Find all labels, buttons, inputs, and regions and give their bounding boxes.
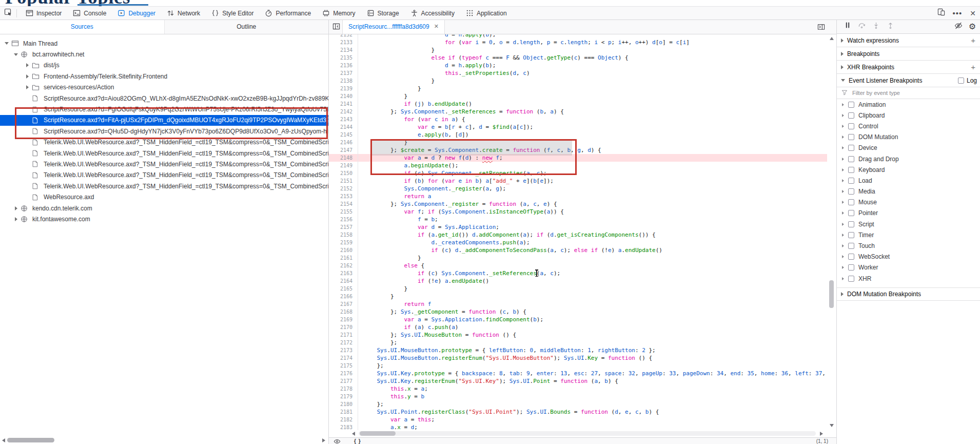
expander-icon[interactable] (841, 52, 844, 56)
expander-icon[interactable] (842, 244, 844, 247)
line-number[interactable]: 2135 (329, 54, 358, 62)
code-line[interactable]: 2135 else if (typeof c === F && Object.g… (329, 54, 827, 62)
expander-icon[interactable] (842, 114, 844, 117)
scrollbar-thumb[interactable] (360, 431, 396, 436)
scroll-left-icon[interactable] (2, 438, 5, 442)
code-line-text[interactable]: if (j) b.endUpdate() (358, 100, 472, 108)
event-category-script[interactable]: Script (837, 219, 980, 229)
event-category-pointer[interactable]: Pointer (837, 208, 980, 219)
event-category-checkbox[interactable] (848, 232, 854, 238)
line-number[interactable]: 2154 (329, 200, 358, 208)
event-category-mouse[interactable]: Mouse (837, 197, 980, 208)
scroll-up-icon[interactable] (830, 37, 834, 40)
expander-icon[interactable] (12, 206, 19, 210)
code-line-text[interactable]: if (c) Sys.Component._setProperties(a, c… (358, 169, 547, 177)
code-line-text[interactable]: } (358, 285, 407, 293)
source-tree-item[interactable]: dist/js (0, 60, 328, 71)
code-editor[interactable]: 2132 d = h.apply(b);2133 for (var i = 0,… (329, 34, 827, 430)
editor-vertical-scrollbar[interactable] (828, 34, 836, 430)
scrollbar-thumb[interactable] (829, 280, 834, 308)
event-category-checkbox[interactable] (848, 167, 854, 173)
expander-icon[interactable] (842, 179, 844, 182)
line-number[interactable]: 2138 (329, 77, 358, 85)
line-number[interactable]: 2182 (329, 416, 358, 423)
code-line[interactable]: 2136 d = h.apply(b); (329, 62, 827, 69)
line-number[interactable]: 2151 (329, 177, 358, 185)
source-tree-item[interactable]: Frontend-Assembly/Telerik.Sitefinity.Fro… (0, 71, 328, 82)
expander-icon[interactable] (842, 158, 844, 161)
section-breakpoints[interactable]: Breakpoints (837, 47, 980, 61)
line-number[interactable]: 2159 (329, 239, 358, 246)
event-category-control[interactable]: Control (837, 121, 980, 131)
code-line-text[interactable]: this.x = a; (358, 385, 428, 393)
pick-element-icon[interactable] (4, 8, 12, 18)
event-category-checkbox[interactable] (848, 145, 854, 151)
code-line-text[interactable]: return f (358, 300, 431, 308)
line-number[interactable]: 2161 (329, 254, 358, 262)
code-line-text[interactable]: } (358, 46, 435, 54)
code-line[interactable]: 2158 if (a.get_id()) d.addComponent(a); … (329, 231, 827, 239)
line-number[interactable]: 2181 (329, 408, 358, 416)
code-line-text[interactable]: } (358, 77, 435, 85)
code-line[interactable]: 2176 Sys.UI.Key.prototype = { backspace:… (329, 370, 827, 377)
tab-outline[interactable]: Outline (164, 19, 329, 34)
code-line[interactable]: 2153 return a (329, 192, 827, 200)
event-category-checkbox[interactable] (848, 243, 854, 249)
editor-file-tab[interactable]: ScriptResourc...ffffffa8d3d609 ✕ (342, 19, 445, 34)
line-number[interactable]: 2147 (329, 146, 358, 154)
tool-tab-storage[interactable]: Storage (361, 7, 405, 20)
code-line[interactable]: 2141 if (j) b.endUpdate() (329, 100, 827, 108)
code-line[interactable]: 2162 else { (329, 262, 827, 269)
event-category-load[interactable]: Load (837, 175, 980, 186)
code-line[interactable]: 2139 } (329, 85, 827, 92)
code-line[interactable]: 2163 if (c) Sys.Component._setReferences… (329, 269, 827, 277)
code-line[interactable]: 2149 a.beginUpdate(); (329, 162, 827, 169)
code-line[interactable]: 2157 var d = Sys.Application; (329, 223, 827, 231)
source-tree-item[interactable]: services-resources/Action (0, 82, 328, 93)
expander-icon[interactable] (24, 74, 31, 79)
source-tree-item[interactable]: bct.arrowhitech.net (0, 49, 328, 60)
code-line-text[interactable]: }; (358, 362, 384, 370)
code-line-text[interactable]: Sys.UI.Key.registerEnum("Sys.UI.Key"); S… (358, 377, 618, 385)
source-tree-item[interactable]: kit.fontawesome.com (0, 214, 328, 224)
code-line[interactable]: 2171 }; Sys.UI.MouseButton = function ()… (329, 331, 827, 339)
code-line-text[interactable]: var a = this; (358, 416, 435, 423)
code-line[interactable]: 2156 f = b; (329, 216, 827, 223)
code-line-text[interactable]: } (358, 293, 394, 300)
line-number[interactable]: 2153 (329, 192, 358, 200)
code-line[interactable]: 2145 e.apply(b, [d]) (329, 131, 827, 139)
line-number[interactable]: 2136 (329, 62, 358, 69)
line-number[interactable]: 2144 (329, 123, 358, 131)
code-line-text[interactable]: if (a) c.push(a) (358, 323, 458, 331)
code-line-text[interactable]: }; $create = Sys.Component.create = func… (358, 146, 601, 154)
line-number[interactable]: 2134 (329, 46, 358, 54)
code-line-text[interactable]: for (var c in a) { (358, 115, 465, 123)
code-line-text[interactable]: if (!e) a.endUpdate() (358, 277, 489, 285)
source-tree-item[interactable]: ScriptResource.axd?d=Aiou82OGmQ_WLhX-d8g… (0, 93, 328, 104)
code-line[interactable]: 2165 } (329, 285, 827, 293)
expand-panes-icon[interactable] (817, 23, 825, 33)
source-tree-item[interactable]: Main Thread (0, 38, 328, 49)
line-number[interactable]: 2183 (329, 423, 358, 430)
line-number[interactable]: 2168 (329, 308, 358, 316)
code-line-text[interactable]: d = h.apply(b); (358, 34, 496, 38)
code-line-text[interactable]: }; (358, 339, 397, 346)
tool-tab-accessibility[interactable]: Accessibility (405, 7, 460, 20)
section-dom-mutation-breakpoints[interactable]: DOM Mutation Breakpoints (837, 287, 980, 301)
tab-sources[interactable]: Sources (0, 19, 164, 34)
code-line-text[interactable]: } (358, 92, 407, 100)
line-number[interactable]: 2152 (329, 185, 358, 192)
line-number[interactable]: 2163 (329, 269, 358, 277)
line-number[interactable]: 2167 (329, 300, 358, 308)
tool-tab-network[interactable]: Network (161, 7, 206, 20)
code-line[interactable]: 2183 a.x = d; (329, 423, 827, 430)
step-out-icon[interactable] (887, 22, 894, 31)
event-category-touch[interactable]: Touch (837, 240, 980, 251)
line-number[interactable]: 2165 (329, 285, 358, 293)
section-watch-expressions[interactable]: Watch expressions + (837, 34, 980, 47)
expander-icon[interactable] (842, 146, 844, 149)
code-line-text[interactable]: var f; if (Sys.Component.isInstanceOfTyp… (358, 208, 564, 216)
scroll-down-icon[interactable] (830, 424, 834, 427)
code-line[interactable]: 2154 }; Sys.Component._register = functi… (329, 200, 827, 208)
expander-icon[interactable] (842, 211, 844, 215)
